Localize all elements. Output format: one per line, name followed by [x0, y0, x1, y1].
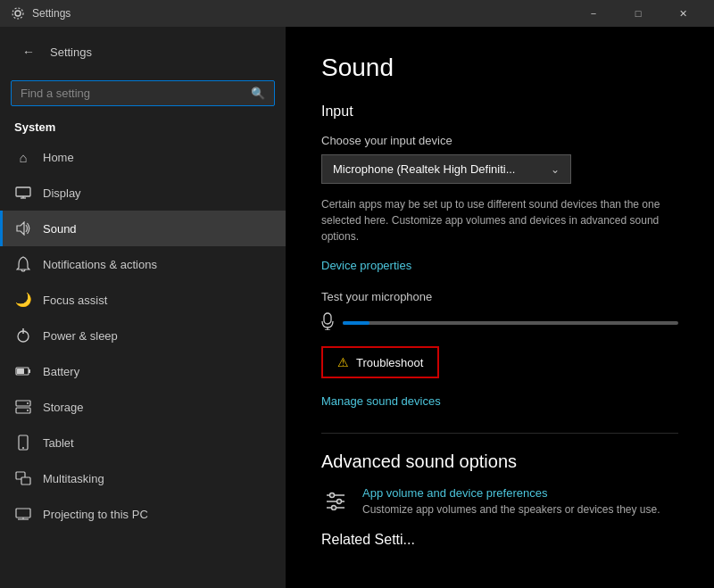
- sidebar-item-battery[interactable]: Battery: [0, 353, 286, 389]
- info-text: Certain apps may be set up to use differ…: [321, 196, 678, 244]
- test-mic-label: Test your microphone: [321, 290, 678, 303]
- minimize-button[interactable]: −: [573, 0, 614, 27]
- sidebar-item-focus-label: Focus assist: [43, 294, 107, 307]
- pref-title[interactable]: App volume and device preferences: [362, 486, 678, 500]
- mic-level-bar: [343, 321, 678, 325]
- section-divider: [321, 433, 678, 434]
- svg-point-16: [22, 447, 24, 449]
- sidebar-item-sound[interactable]: Sound: [0, 211, 286, 246]
- sidebar-item-projecting-label: Projecting to this PC: [43, 508, 148, 521]
- device-properties-link[interactable]: Device properties: [321, 259, 411, 272]
- back-icon: ←: [22, 45, 35, 59]
- dropdown-value: Microphone (Realtek High Definiti...: [333, 162, 515, 176]
- app-volume-icon-wrap: [321, 488, 350, 517]
- titlebar: Settings − □ ✕: [0, 0, 714, 27]
- sidebar-item-power[interactable]: Power & sleep: [0, 318, 286, 353]
- svg-rect-18: [21, 477, 30, 484]
- settings-window-icon: [11, 6, 25, 21]
- multitasking-icon: [14, 469, 32, 487]
- sidebar-item-display[interactable]: Display: [0, 175, 286, 211]
- app-volume-pref: App volume and device preferences Custom…: [321, 486, 678, 518]
- microphone-icon: [321, 312, 334, 334]
- chevron-down-icon: ⌄: [551, 163, 560, 176]
- sidebar-header: ← Settings: [0, 27, 286, 77]
- svg-point-0: [15, 11, 21, 16]
- storage-icon: [14, 398, 32, 416]
- svg-point-13: [27, 402, 29, 404]
- sidebar-item-display-label: Display: [43, 186, 81, 200]
- sidebar-item-sound-label: Sound: [43, 222, 77, 236]
- svg-marker-5: [17, 222, 24, 235]
- window-title: Settings: [32, 7, 573, 20]
- input-section-heading: Input: [321, 104, 678, 120]
- svg-point-14: [27, 410, 29, 411]
- sidebar-item-focus[interactable]: 🌙 Focus assist: [0, 282, 286, 318]
- related-settings-label: Related Setti...: [321, 532, 678, 548]
- search-box[interactable]: 🔍: [11, 80, 275, 106]
- projecting-icon: [14, 505, 32, 523]
- home-icon: ⌂: [14, 148, 32, 166]
- search-input[interactable]: [21, 87, 251, 100]
- sidebar-item-power-label: Power & sleep: [43, 329, 118, 343]
- troubleshoot-button[interactable]: ⚠ Troubleshoot: [321, 346, 439, 378]
- sidebar-item-home[interactable]: ⌂ Home: [0, 139, 286, 175]
- svg-point-1: [12, 8, 23, 19]
- sidebar-item-projecting[interactable]: Projecting to this PC: [0, 496, 286, 532]
- sidebar-item-multitasking[interactable]: Multitasking: [0, 460, 286, 496]
- sidebar-item-tablet-label: Tablet: [43, 436, 74, 450]
- sidebar-item-battery-label: Battery: [43, 365, 79, 378]
- svg-point-28: [337, 499, 342, 503]
- sidebar: ← Settings 🔍 System ⌂ Home Display: [0, 27, 286, 588]
- svg-rect-19: [16, 509, 30, 518]
- maximize-button[interactable]: □: [618, 0, 659, 27]
- pref-info: App volume and device preferences Custom…: [362, 486, 678, 518]
- sidebar-item-notifications-label: Notifications & actions: [43, 258, 157, 271]
- sidebar-item-storage[interactable]: Storage: [0, 389, 286, 425]
- warning-icon: ⚠: [337, 355, 349, 369]
- svg-rect-2: [16, 187, 30, 196]
- notifications-icon: [14, 255, 32, 273]
- sidebar-section-label: System: [0, 113, 286, 139]
- sidebar-item-storage-label: Storage: [43, 401, 84, 414]
- app-container: ← Settings 🔍 System ⌂ Home Display: [0, 27, 714, 588]
- svg-rect-9: [29, 369, 30, 373]
- mic-bar-row: [321, 312, 678, 334]
- main-content: Sound Input Choose your input device Mic…: [286, 27, 714, 588]
- sliders-icon: [325, 491, 346, 515]
- sidebar-app-title: Settings: [50, 46, 92, 59]
- search-icon: 🔍: [251, 87, 265, 100]
- close-button[interactable]: ✕: [662, 0, 703, 27]
- advanced-section-heading: Advanced sound options: [321, 451, 678, 472]
- battery-icon: [14, 362, 32, 380]
- focus-icon: 🌙: [14, 291, 32, 309]
- choose-device-label: Choose your input device: [321, 134, 678, 147]
- pref-desc: Customize app volumes and the speakers o…: [362, 502, 678, 518]
- window-controls: − □ ✕: [573, 0, 703, 27]
- power-icon: [14, 327, 32, 344]
- sidebar-item-multitasking-label: Multitasking: [43, 472, 104, 485]
- sidebar-item-notifications[interactable]: Notifications & actions: [0, 246, 286, 282]
- svg-rect-10: [17, 369, 24, 374]
- svg-point-30: [332, 505, 336, 509]
- display-icon: [14, 184, 32, 202]
- sidebar-item-home-label: Home: [43, 151, 74, 164]
- input-device-dropdown[interactable]: Microphone (Realtek High Definiti... ⌄: [321, 154, 571, 184]
- page-title: Sound: [321, 54, 678, 82]
- svg-rect-22: [324, 313, 331, 324]
- tablet-icon: [14, 434, 32, 451]
- sidebar-item-tablet[interactable]: Tablet: [0, 425, 286, 460]
- troubleshoot-label: Troubleshoot: [356, 356, 423, 369]
- mic-level-fill: [343, 321, 369, 325]
- svg-point-26: [330, 493, 335, 497]
- manage-devices-link[interactable]: Manage sound devices: [321, 394, 441, 408]
- back-button[interactable]: ←: [14, 37, 43, 66]
- sound-icon: [14, 219, 32, 237]
